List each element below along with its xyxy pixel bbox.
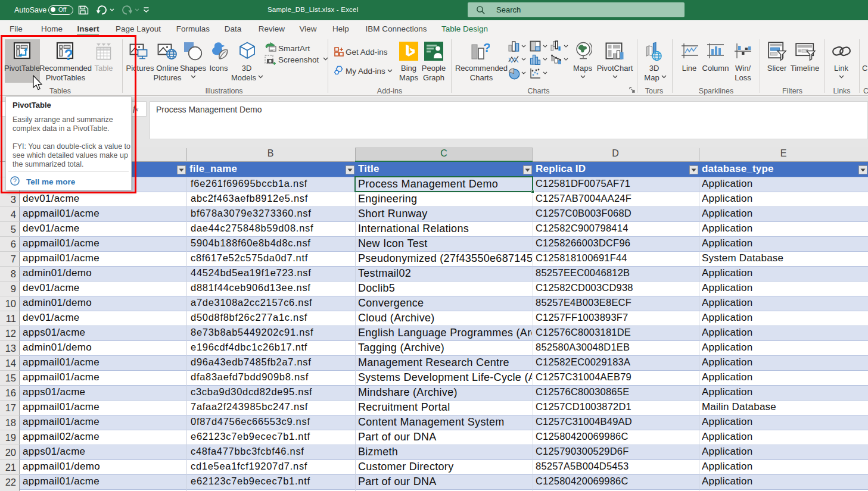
- svg-text:?: ?: [483, 42, 490, 54]
